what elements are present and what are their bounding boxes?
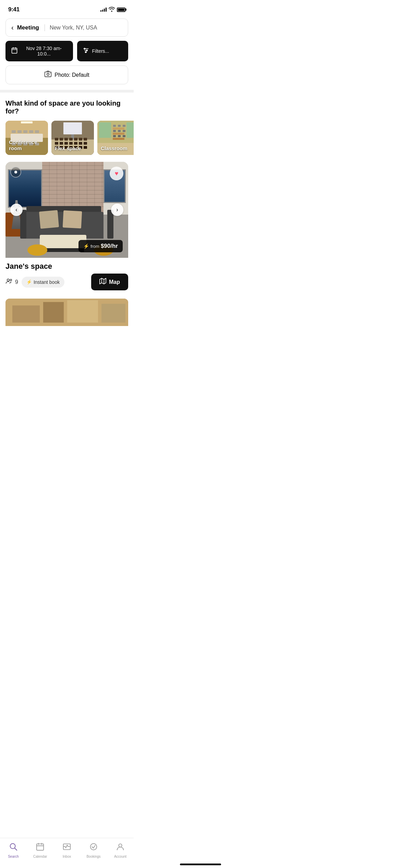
svg-rect-52 (84, 146, 87, 149)
price-value: $90/hr (101, 243, 118, 250)
svg-rect-38 (84, 138, 87, 141)
instant-book-icon: ⚡ (26, 279, 32, 285)
space-type-flex[interactable]: Flex space (51, 121, 94, 155)
prev-image-button[interactable]: ‹ (10, 204, 23, 216)
search-divider (45, 24, 45, 31)
svg-rect-21 (35, 130, 39, 133)
people-icon (5, 278, 13, 286)
search-location: New York, NY, USA (50, 25, 122, 31)
capacity-value: 9 (15, 279, 18, 285)
svg-point-9 (85, 51, 86, 52)
svg-rect-10 (45, 72, 51, 77)
listing-info: Jane's space 9 ⚡ Instan (5, 258, 128, 293)
filters-button-label: Filters... (92, 48, 109, 54)
svg-rect-65 (113, 135, 116, 137)
svg-rect-64 (123, 130, 125, 132)
wifi-icon (109, 7, 115, 13)
action-row: Nov 28 7:30 am-10:0... Filters... (0, 41, 134, 61)
flex-space-label: Flex space (55, 145, 81, 152)
photo-icon (44, 71, 52, 79)
svg-rect-57 (113, 133, 124, 135)
svg-rect-35 (69, 138, 73, 141)
svg-rect-55 (126, 122, 134, 138)
svg-rect-17 (12, 130, 16, 133)
svg-rect-63 (118, 130, 121, 132)
photo-bar-label: Photo: Default (54, 72, 89, 78)
svg-rect-0 (12, 48, 17, 53)
preview-scene (5, 299, 128, 326)
svg-rect-62 (113, 130, 116, 132)
page-indicator (10, 167, 21, 178)
instant-book-badge: ⚡ Instant book (22, 277, 64, 288)
svg-rect-77 (43, 302, 64, 323)
price-prefix: from (90, 244, 99, 249)
search-title: Meeting (17, 24, 39, 31)
svg-rect-19 (23, 130, 27, 133)
map-button[interactable]: Map (91, 274, 128, 290)
svg-rect-43 (74, 142, 77, 145)
status-bar: 9:41 (0, 0, 134, 17)
svg-rect-59 (113, 125, 116, 127)
svg-marker-72 (100, 278, 106, 284)
listing-meta: 9 ⚡ Instant book Map (5, 274, 128, 290)
svg-rect-67 (123, 135, 125, 137)
svg-rect-20 (29, 130, 33, 133)
map-button-label: Map (109, 279, 120, 285)
svg-point-11 (47, 73, 49, 75)
listing-capacity: 9 (5, 278, 18, 286)
svg-rect-78 (67, 300, 98, 323)
price-badge: ⚡ from $90/hr (78, 240, 123, 252)
status-time: 9:41 (8, 6, 20, 13)
svg-rect-34 (64, 138, 68, 141)
svg-rect-27 (21, 121, 33, 123)
status-icons (100, 7, 125, 13)
svg-rect-18 (17, 130, 22, 133)
signal-icon (100, 8, 107, 12)
space-type-conference[interactable]: Conferenceroom (5, 121, 48, 155)
svg-rect-39 (55, 142, 58, 145)
svg-rect-36 (74, 138, 77, 141)
svg-rect-61 (123, 125, 125, 127)
svg-point-70 (7, 279, 9, 281)
svg-rect-66 (118, 135, 121, 137)
date-button-label: Nov 28 7:30 am-10:0... (21, 46, 68, 57)
battery-icon (117, 8, 125, 12)
svg-rect-54 (99, 122, 111, 138)
svg-rect-56 (113, 128, 124, 130)
calendar-icon (11, 47, 18, 56)
listing-card: ♥ ‹ › ⚡ from $90/hr Jane's space (5, 162, 128, 293)
svg-rect-58 (113, 138, 124, 140)
instant-bolt-icon: ⚡ (83, 243, 89, 249)
svg-rect-42 (69, 142, 73, 145)
svg-rect-60 (118, 125, 121, 127)
svg-rect-45 (84, 142, 87, 145)
map-icon (99, 278, 106, 286)
photo-bar[interactable]: Photo: Default (5, 65, 128, 84)
search-header[interactable]: ‹ Meeting New York, NY, USA (5, 19, 128, 37)
svg-rect-79 (101, 304, 125, 323)
date-button[interactable]: Nov 28 7:30 am-10:0... (5, 41, 73, 61)
favorite-button[interactable]: ♥ (110, 167, 123, 180)
space-section-title: What kind of space are you looking for? (0, 99, 134, 115)
svg-point-71 (10, 279, 12, 281)
svg-rect-33 (60, 138, 63, 141)
space-type-scroll: Conferenceroom (0, 121, 134, 155)
conference-room-label: Conferenceroom (9, 139, 37, 152)
bottom-preview[interactable] (5, 299, 128, 326)
svg-point-7 (84, 48, 85, 49)
instant-book-label: Instant book (34, 279, 60, 285)
svg-rect-41 (64, 142, 68, 145)
svg-rect-32 (55, 138, 58, 141)
filter-icon (83, 47, 89, 56)
section-separator (0, 90, 134, 93)
svg-rect-37 (79, 138, 82, 141)
svg-point-8 (86, 50, 87, 51)
listing-meta-row: 9 ⚡ Instant book (5, 277, 64, 288)
svg-rect-44 (79, 142, 82, 145)
space-type-classroom[interactable]: Classroom (97, 121, 134, 155)
classroom-label: Classroom (101, 145, 127, 152)
listing-name: Jane's space (5, 262, 128, 271)
back-button[interactable]: ‹ (11, 24, 14, 32)
filters-button[interactable]: Filters... (77, 41, 129, 61)
next-image-button[interactable]: › (111, 204, 123, 216)
